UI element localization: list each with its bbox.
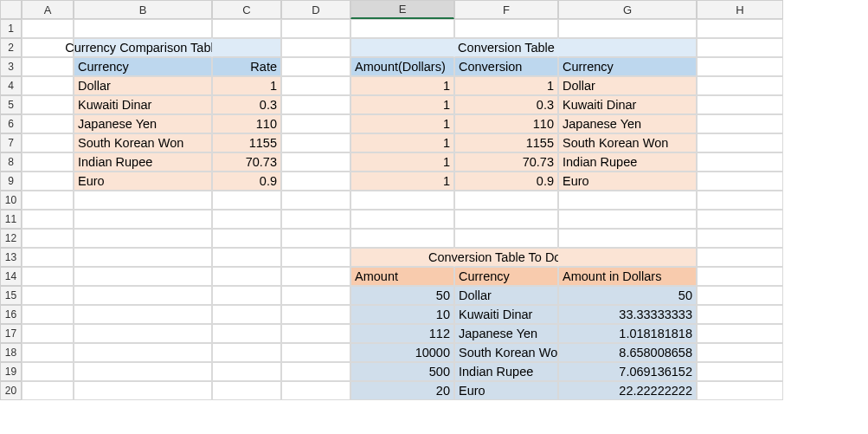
- cell-B18[interactable]: [74, 343, 212, 362]
- table2-amount[interactable]: 1: [350, 172, 454, 191]
- cell-C1[interactable]: [212, 19, 281, 38]
- cell-C16[interactable]: [212, 305, 281, 324]
- cell-H13[interactable]: [697, 248, 783, 267]
- column-header-C[interactable]: C: [212, 0, 281, 19]
- cell-F11[interactable]: [454, 210, 558, 229]
- row-header-12[interactable]: 12: [0, 229, 22, 248]
- row-header-17[interactable]: 17: [0, 324, 22, 343]
- table1-currency[interactable]: Japanese Yen: [74, 114, 212, 133]
- table1-rate[interactable]: 70.73: [212, 152, 281, 172]
- table1-hdr-currency[interactable]: Currency: [74, 57, 212, 76]
- table1-rate[interactable]: 0.3: [212, 95, 281, 114]
- cell-H4[interactable]: [697, 76, 783, 95]
- table3-amount[interactable]: 50: [350, 286, 454, 305]
- table2-currency[interactable]: Kuwaiti Dinar: [558, 95, 697, 114]
- cell-D2[interactable]: [281, 38, 350, 57]
- table3-dollars[interactable]: 7.069136152: [558, 362, 697, 381]
- table2-currency[interactable]: Dollar: [558, 76, 697, 95]
- cell-H8[interactable]: [697, 152, 783, 172]
- table1-currency[interactable]: Dollar: [74, 76, 212, 95]
- cell-E1[interactable]: [350, 19, 454, 38]
- cell-H20[interactable]: [697, 381, 783, 400]
- cell-F10[interactable]: [454, 191, 558, 210]
- cell-A12[interactable]: [22, 229, 74, 248]
- table3-hdr-dollars[interactable]: Amount in Dollars: [558, 267, 697, 286]
- cell-B1[interactable]: [74, 19, 212, 38]
- cell-D13[interactable]: [281, 248, 350, 267]
- cell-D15[interactable]: [281, 286, 350, 305]
- table1-currency[interactable]: Kuwaiti Dinar: [74, 95, 212, 114]
- cell-C17[interactable]: [212, 324, 281, 343]
- table2-currency[interactable]: Euro: [558, 172, 697, 191]
- row-header-11[interactable]: 11: [0, 210, 22, 229]
- cell-G11[interactable]: [558, 210, 697, 229]
- table3-currency[interactable]: Indian Rupee: [454, 362, 558, 381]
- cell-H11[interactable]: [697, 210, 783, 229]
- cell-D20[interactable]: [281, 381, 350, 400]
- cell-G10[interactable]: [558, 191, 697, 210]
- cell-H1[interactable]: [697, 19, 783, 38]
- cell-C12[interactable]: [212, 229, 281, 248]
- cell-G12[interactable]: [558, 229, 697, 248]
- cell-D10[interactable]: [281, 191, 350, 210]
- select-all-corner[interactable]: [0, 0, 22, 19]
- table3-dollars[interactable]: 8.658008658: [558, 343, 697, 362]
- table2-amount[interactable]: 1: [350, 95, 454, 114]
- cell-A6[interactable]: [22, 114, 74, 133]
- cell-D16[interactable]: [281, 305, 350, 324]
- table2-currency[interactable]: Indian Rupee: [558, 152, 697, 172]
- row-header-15[interactable]: 15: [0, 286, 22, 305]
- table3-amount[interactable]: 10000: [350, 343, 454, 362]
- row-header-6[interactable]: 6: [0, 114, 22, 133]
- table2-conversion[interactable]: 1155: [454, 133, 558, 152]
- cell-E10[interactable]: [350, 191, 454, 210]
- cell-D17[interactable]: [281, 324, 350, 343]
- cell-D3[interactable]: [281, 57, 350, 76]
- cell-C11[interactable]: [212, 210, 281, 229]
- cell-A20[interactable]: [22, 381, 74, 400]
- cell-A15[interactable]: [22, 286, 74, 305]
- table3-currency[interactable]: Japanese Yen: [454, 324, 558, 343]
- cell-C20[interactable]: [212, 381, 281, 400]
- row-header-9[interactable]: 9: [0, 172, 22, 191]
- cell-D14[interactable]: [281, 267, 350, 286]
- table2-amount[interactable]: 1: [350, 152, 454, 172]
- table3-currency[interactable]: Dollar: [454, 286, 558, 305]
- table1-hdr-rate[interactable]: Rate: [212, 57, 281, 76]
- cell-H18[interactable]: [697, 343, 783, 362]
- cell-D8[interactable]: [281, 152, 350, 172]
- table3-currency[interactable]: South Korean Won: [454, 343, 558, 362]
- cell-B20[interactable]: [74, 381, 212, 400]
- cell-H15[interactable]: [697, 286, 783, 305]
- cell-A8[interactable]: [22, 152, 74, 172]
- cell-A11[interactable]: [22, 210, 74, 229]
- table3-dollars[interactable]: 50: [558, 286, 697, 305]
- cell-B16[interactable]: [74, 305, 212, 324]
- cell-H6[interactable]: [697, 114, 783, 133]
- table3-amount[interactable]: 500: [350, 362, 454, 381]
- cell-F12[interactable]: [454, 229, 558, 248]
- table2-currency[interactable]: South Korean Won: [558, 133, 697, 152]
- cell-D4[interactable]: [281, 76, 350, 95]
- row-header-10[interactable]: 10: [0, 191, 22, 210]
- cell-H7[interactable]: [697, 133, 783, 152]
- column-header-H[interactable]: H: [697, 0, 783, 19]
- table1-currency[interactable]: South Korean Won: [74, 133, 212, 152]
- table1-currency[interactable]: Euro: [74, 172, 212, 191]
- cell-H9[interactable]: [697, 172, 783, 191]
- cell-H14[interactable]: [697, 267, 783, 286]
- cell-A18[interactable]: [22, 343, 74, 362]
- row-header-5[interactable]: 5: [0, 95, 22, 114]
- table3-amount[interactable]: 20: [350, 381, 454, 400]
- cell-H3[interactable]: [697, 57, 783, 76]
- cell-A19[interactable]: [22, 362, 74, 381]
- cell-H16[interactable]: [697, 305, 783, 324]
- cell-D11[interactable]: [281, 210, 350, 229]
- cell-D7[interactable]: [281, 133, 350, 152]
- cell-A16[interactable]: [22, 305, 74, 324]
- cell-C13[interactable]: [212, 248, 281, 267]
- cell-B12[interactable]: [74, 229, 212, 248]
- table3-currency[interactable]: Euro: [454, 381, 558, 400]
- table2-hdr-conversion[interactable]: Conversion: [454, 57, 558, 76]
- spreadsheet-grid[interactable]: ABCDEFGH12Currency Comparison TableConve…: [0, 0, 868, 400]
